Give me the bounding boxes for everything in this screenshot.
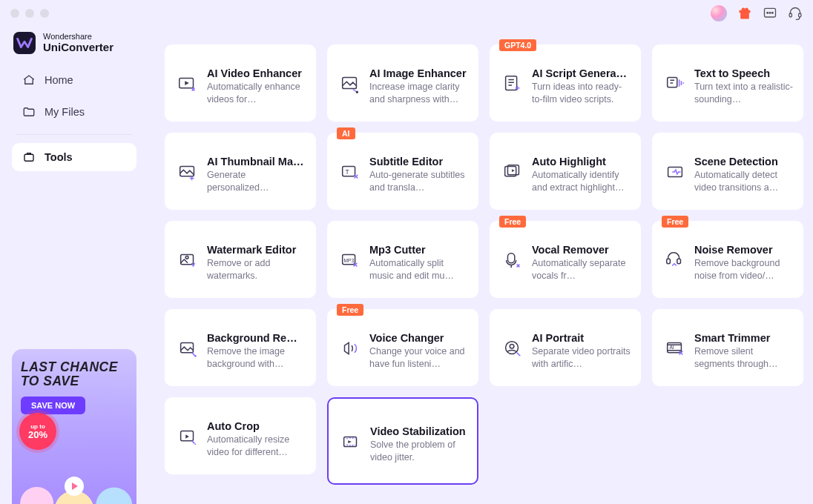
svg-rect-24 [667, 259, 671, 264]
feedback-icon[interactable] [763, 6, 777, 21]
svg-point-33 [194, 443, 196, 445]
tool-title: Text to Speech [694, 62, 794, 79]
support-icon[interactable] [788, 6, 803, 21]
svg-rect-7 [24, 154, 33, 161]
tool-card-ai-script-generator[interactable]: GPT4.0AI Script Genera…Turn ideas into r… [490, 44, 641, 122]
sidebar-item-label: Home [45, 74, 73, 86]
promo-banner[interactable]: LAST CHANCE TO SAVE SAVE NOW up to 20% [12, 349, 136, 504]
tool-card-watermark-editor[interactable]: Watermark EditorRemove or add watermarks… [165, 221, 316, 298]
auto-crop-icon [176, 425, 200, 448]
tool-title: Background Re… [207, 326, 306, 344]
sidebar-item-tools[interactable]: Tools [12, 143, 136, 171]
svg-point-3 [772, 12, 774, 13]
window-close-dot[interactable] [10, 9, 19, 18]
tool-title: Mp3 Cutter [369, 238, 469, 256]
tool-desc: Solve the problem of video jitter. [370, 437, 468, 476]
svg-rect-12 [668, 78, 677, 87]
svg-point-20 [185, 256, 188, 259]
gift-icon[interactable] [737, 6, 752, 21]
window-min-dot[interactable] [25, 9, 34, 18]
tool-card-ai-portrait[interactable]: AI PortraitSeparate video portraits with… [490, 309, 641, 386]
background-remover-icon [176, 336, 200, 360]
noise-remover-icon [663, 248, 687, 272]
tool-title: Auto Crop [207, 414, 306, 432]
svg-text:MP3: MP3 [344, 258, 355, 263]
svg-text:AI: AI [670, 345, 674, 350]
tool-desc: Remove the image background with… [207, 344, 306, 378]
tool-desc: Automatically identify and extract highl… [532, 168, 631, 202]
tool-title: AI Video Enhancer [207, 62, 306, 79]
tool-desc: Remove background noise from video/… [694, 256, 794, 290]
sidebar-item-myfiles[interactable]: My Files [12, 98, 136, 126]
tool-title: Scene Detection [694, 150, 794, 168]
badge-ai: AI [337, 127, 355, 139]
ai-video-enhancer-icon [176, 72, 200, 96]
badge-free: Free [499, 216, 526, 228]
tool-card-voice-changer[interactable]: FreeVoice ChangerChange your voice and h… [327, 309, 478, 386]
brand-top: Wondershare [43, 33, 113, 41]
tool-card-smart-trimmer[interactable]: AISmart TrimmerRemove silent segments th… [652, 309, 803, 386]
promo-line2: TO SAVE [21, 374, 128, 389]
sidebar-item-label: My Files [45, 106, 85, 118]
tool-title: AI Image Enhancer [369, 62, 469, 79]
folder-icon [22, 105, 36, 119]
video-stabilization-icon [339, 430, 363, 454]
tools-icon [22, 150, 36, 164]
tool-desc: Turn ideas into ready-to-film video scri… [532, 79, 631, 113]
tool-card-text-to-speech[interactable]: Text to SpeechTurn text into a realistic… [652, 44, 803, 122]
tool-card-subtitle-editor[interactable]: AITSubtitle EditorAuto-generate subtitle… [327, 133, 478, 210]
tool-desc: Automatically split music and edit mu… [369, 256, 469, 290]
tool-card-vocal-remover[interactable]: FreeVocal RemoverAutomatically separate … [490, 221, 641, 298]
tool-card-mp3-cutter[interactable]: MP3Mp3 CutterAutomatically split music a… [327, 221, 478, 298]
tool-title: Noise Remover [694, 238, 794, 256]
tool-title: Video Stabilization [370, 420, 468, 437]
promo-play-icon [65, 477, 84, 496]
tool-title: Voice Changer [369, 326, 469, 344]
promo-discount-burst: up to 20% [19, 413, 56, 450]
tool-card-video-stabilization[interactable]: Video StabilizationSolve the problem of … [327, 397, 478, 485]
svg-rect-11 [506, 76, 517, 90]
tool-desc: Automatically resize video for different… [207, 432, 306, 466]
badge-gpt: GPT4.0 [499, 39, 536, 51]
tool-card-ai-image-enhancer[interactable]: AI Image EnhancerIncrease image clarity … [327, 44, 478, 122]
svg-rect-23 [507, 253, 514, 263]
window-traffic-lights[interactable] [10, 9, 49, 18]
tool-desc: Generate personalized… [207, 168, 306, 202]
tool-card-ai-thumbnail-maker[interactable]: AI Thumbnail Ma…Generate personalized… [165, 133, 316, 210]
svg-rect-26 [181, 343, 194, 353]
tool-card-auto-crop[interactable]: Auto CropAutomatically resize video for … [165, 397, 316, 474]
window-max-dot[interactable] [40, 9, 49, 18]
vocal-remover-icon [501, 248, 524, 272]
svg-point-10 [356, 91, 358, 93]
tool-card-auto-highlight[interactable]: Auto HighlightAutomatically identify and… [490, 133, 641, 210]
tool-card-ai-video-enhancer[interactable]: AI Video EnhancerAutomatically enhance v… [165, 44, 316, 122]
promo-cta-button[interactable]: SAVE NOW [21, 397, 85, 414]
brand-name: UniConverter [43, 41, 113, 53]
tool-desc: Change your voice and have fun listeni… [369, 344, 469, 378]
tool-desc: Auto-generate subtitles and transla… [369, 168, 469, 202]
tool-desc: Remove silent segments through… [694, 344, 794, 378]
tool-title: AI Script Genera… [532, 62, 631, 79]
tool-card-background-remover[interactable]: Background Re…Remove the image backgroun… [165, 309, 316, 386]
tool-card-scene-detection[interactable]: Scene DetectionAutomatically detect vide… [652, 133, 803, 210]
tool-title: Vocal Remover [532, 238, 631, 256]
ai-portrait-icon [501, 336, 524, 360]
sidebar-item-home[interactable]: Home [12, 66, 136, 94]
tool-card-noise-remover[interactable]: FreeNoise RemoverRemove background noise… [652, 221, 803, 298]
promo-burst-val: 20% [28, 430, 47, 440]
tool-title: AI Thumbnail Ma… [207, 150, 306, 168]
tool-title: Auto Highlight [532, 150, 631, 168]
svg-point-2 [769, 12, 771, 13]
sidebar-separator [16, 134, 132, 135]
tool-title: Watermark Editor [207, 238, 306, 256]
app-logo: Wondershare UniConverter [12, 26, 136, 66]
tool-desc: Increase image clarity and sharpness wit… [369, 79, 469, 113]
svg-rect-25 [677, 259, 681, 264]
badge-free: Free [662, 216, 688, 228]
watermark-editor-icon [176, 248, 200, 272]
account-avatar-icon[interactable] [711, 5, 727, 21]
svg-point-27 [194, 355, 197, 357]
tool-title: AI Portrait [532, 326, 631, 344]
ai-script-generator-icon [501, 72, 524, 96]
tool-desc: Remove or add watermarks. [207, 256, 306, 290]
